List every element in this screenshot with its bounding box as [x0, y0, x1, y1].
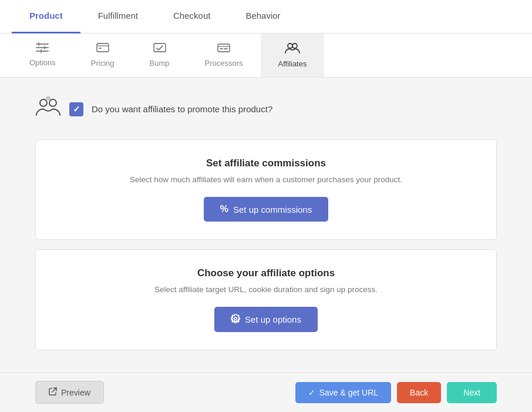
svg-point-17	[49, 99, 56, 106]
svg-line-19	[52, 388, 56, 392]
affiliates-large-icon	[35, 95, 61, 123]
affiliates-question-label: Do you want affiliates to promote this p…	[92, 104, 272, 114]
subnav-affiliates-label: Affiliates	[278, 59, 307, 68]
back-button[interactable]: Back	[397, 382, 441, 403]
commissions-card: Set affiliate commissions Select how muc…	[35, 139, 497, 240]
options-icon	[36, 42, 49, 56]
svg-rect-10	[218, 44, 230, 52]
svg-rect-0	[36, 43, 49, 45]
next-button[interactable]: Next	[447, 382, 497, 403]
sub-navigation: Options Pricing Bump	[0, 34, 532, 78]
subnav-processors[interactable]: Processors	[187, 34, 261, 77]
options-card: Choose your affiliate options Select aff…	[35, 249, 497, 350]
checkmark-icon: ✓	[308, 388, 315, 397]
set-up-commissions-button[interactable]: % Set up commissions	[204, 197, 328, 222]
pricing-icon	[96, 42, 109, 56]
subnav-options-label: Options	[29, 58, 56, 67]
percent-icon: %	[220, 204, 228, 215]
external-link-icon	[49, 387, 57, 397]
tab-behavior[interactable]: Behavior	[228, 0, 298, 34]
top-navigation: Product Fulfillment Checkout Behavior	[0, 0, 532, 34]
svg-rect-6	[97, 43, 109, 52]
svg-rect-1	[36, 47, 49, 48]
subnav-pricing-label: Pricing	[91, 59, 115, 68]
gear-icon	[231, 314, 240, 325]
main-content: Do you want affiliates to promote this p…	[0, 78, 532, 371]
svg-point-14	[288, 43, 292, 48]
affiliates-icon	[285, 41, 300, 57]
subnav-pricing[interactable]: Pricing	[73, 34, 132, 77]
tab-product[interactable]: Product	[12, 0, 80, 34]
svg-rect-3	[38, 42, 39, 46]
affiliates-checkbox[interactable]	[69, 102, 83, 116]
preview-button[interactable]: Preview	[35, 381, 104, 404]
subnav-affiliates[interactable]: Affiliates	[261, 34, 325, 77]
svg-point-15	[292, 43, 297, 48]
subnav-bump-label: Bump	[150, 59, 170, 68]
processors-icon	[217, 42, 230, 56]
subnav-bump[interactable]: Bump	[132, 34, 187, 77]
options-card-description: Select affiliate target URL, cookie dura…	[48, 285, 484, 294]
bump-icon	[153, 42, 166, 56]
svg-rect-4	[44, 46, 45, 49]
options-card-title: Choose your affiliate options	[48, 267, 484, 279]
svg-rect-18	[46, 96, 50, 100]
tab-checkout[interactable]: Checkout	[156, 0, 228, 34]
svg-point-16	[40, 99, 47, 106]
subnav-processors-label: Processors	[205, 59, 243, 68]
tab-fulfillment[interactable]: Fulfillment	[80, 0, 156, 34]
footer: Preview ✓ Save & get URL Back Next	[0, 372, 532, 412]
footer-right-buttons: ✓ Save & get URL Back Next	[295, 382, 497, 403]
svg-rect-8	[99, 48, 102, 49]
svg-rect-5	[41, 49, 42, 53]
svg-rect-9	[154, 43, 166, 52]
set-up-options-button[interactable]: Set up options	[214, 307, 318, 332]
subnav-options[interactable]: Options	[12, 34, 73, 77]
commissions-card-title: Set affiliate commissions	[48, 158, 484, 169]
commissions-card-description: Select how much affiliates will earn whe…	[48, 175, 484, 184]
svg-rect-2	[36, 51, 49, 52]
affiliates-header: Do you want affiliates to promote this p…	[35, 89, 497, 129]
save-get-url-button[interactable]: ✓ Save & get URL	[295, 382, 391, 403]
